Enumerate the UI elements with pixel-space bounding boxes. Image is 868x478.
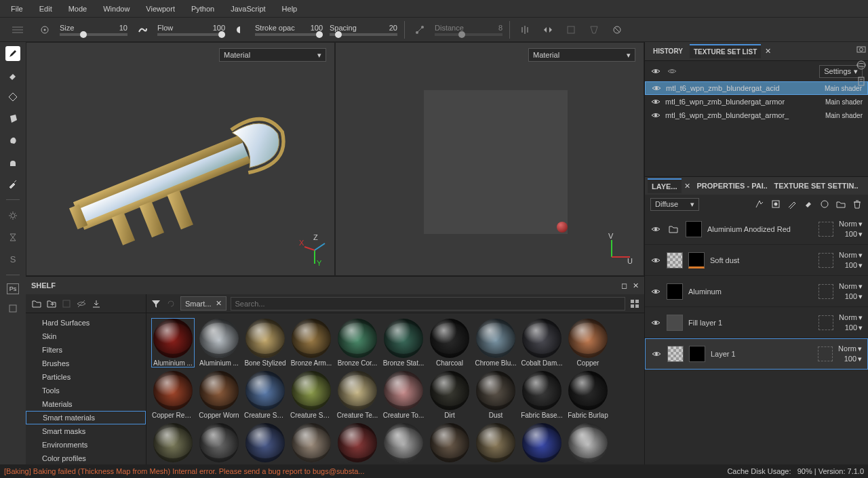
projection-icon[interactable] xyxy=(586,22,602,38)
material-item[interactable]: Dirt xyxy=(429,371,471,419)
chip-close-icon[interactable]: ✕ xyxy=(216,299,222,308)
refresh-icon[interactable] xyxy=(165,298,176,309)
menu-viewport[interactable]: Viewport xyxy=(138,2,183,16)
material-dropdown-2d[interactable]: Material▾ xyxy=(528,48,635,62)
eye-icon[interactable] xyxy=(650,286,661,297)
material-dropdown-3d[interactable]: Material▾ xyxy=(219,48,326,62)
material-item[interactable] xyxy=(244,423,286,464)
export-icon[interactable] xyxy=(5,301,20,316)
material-item[interactable] xyxy=(521,423,563,464)
material-item[interactable] xyxy=(475,423,517,464)
flow-icon[interactable] xyxy=(134,22,151,38)
material-item[interactable]: Aluminium ... xyxy=(198,319,240,367)
category-color-profiles[interactable]: Color profiles xyxy=(26,452,146,464)
eye-icon[interactable] xyxy=(651,83,662,94)
material-item[interactable]: Aluminium ... xyxy=(152,319,194,367)
menu-mode[interactable]: Mode xyxy=(60,2,96,16)
opacity-slider[interactable] xyxy=(255,33,323,36)
material-item[interactable] xyxy=(198,423,240,464)
layer-row[interactable]: Soft dustNorm ▾100 ▾ xyxy=(645,245,868,276)
picker-tool[interactable] xyxy=(5,176,20,191)
settings-icon[interactable] xyxy=(5,208,20,223)
eye-all-icon[interactable] xyxy=(650,66,661,77)
material-item[interactable]: Copper xyxy=(567,319,609,367)
polyfill-tool[interactable] xyxy=(5,111,20,126)
alignment-icon[interactable] xyxy=(563,22,579,38)
smart-material-icon[interactable] xyxy=(819,199,830,210)
doc-icon[interactable] xyxy=(856,76,865,87)
brush-tool[interactable] xyxy=(5,46,20,61)
material-item[interactable]: Charcoal xyxy=(429,319,471,367)
category-environments[interactable]: Environments xyxy=(26,438,146,452)
channel-dropdown[interactable]: Diffuse▾ xyxy=(650,198,699,211)
material-item[interactable] xyxy=(382,423,425,464)
add-layer-icon[interactable] xyxy=(787,199,797,210)
shelf-close-icon[interactable]: ✕ xyxy=(633,281,639,290)
texture-set-row[interactable]: mtl_t6_wpn_zmb_blundergat_armor_Main sha… xyxy=(645,108,868,122)
flow-slider[interactable] xyxy=(157,33,225,36)
grid-view-icon[interactable] xyxy=(629,298,640,309)
disable-icon[interactable] xyxy=(609,22,625,38)
category-brushes[interactable]: Brushes xyxy=(26,357,146,370)
lazy-mouse-icon[interactable] xyxy=(412,22,428,38)
brush-stamp-icon[interactable] xyxy=(37,22,53,38)
material-item[interactable]: Copper Red... xyxy=(152,371,194,419)
search-input[interactable] xyxy=(231,297,625,311)
menu-file[interactable]: File xyxy=(3,2,31,16)
menu-help[interactable]: Help xyxy=(274,2,306,16)
material-item[interactable] xyxy=(336,423,378,464)
filter-icon[interactable] xyxy=(151,298,161,309)
eye-icon[interactable] xyxy=(651,348,662,359)
eye-icon[interactable] xyxy=(650,255,661,266)
mirror-icon[interactable] xyxy=(540,22,556,38)
hourglass-icon[interactable] xyxy=(5,230,20,245)
material-item[interactable] xyxy=(429,423,471,464)
menu-window[interactable]: Window xyxy=(95,2,138,16)
distance-slider[interactable] xyxy=(435,33,502,36)
tab-tss[interactable]: TEXTURE SET SETTIN... xyxy=(770,179,859,193)
tab-properties[interactable]: PROPERTIES - PAI... xyxy=(693,179,768,193)
mask-icon[interactable] xyxy=(770,199,781,210)
layer-row[interactable]: Fill layer 1Norm ▾100 ▾ xyxy=(645,307,868,338)
category-smart-materials[interactable]: Smart materials xyxy=(26,411,146,424)
eye-icon[interactable] xyxy=(650,317,661,328)
filter-chip[interactable]: Smart...✕ xyxy=(180,296,226,311)
opacity-icon[interactable] xyxy=(232,22,248,38)
delete-icon[interactable] xyxy=(852,199,863,210)
category-hard-surfaces[interactable]: Hard Surfaces xyxy=(26,316,146,330)
layer-row[interactable]: AluminumNorm ▾100 ▾ xyxy=(645,276,868,307)
layer-row[interactable]: Layer 1Norm ▾100 ▾ xyxy=(645,338,868,370)
material-item[interactable]: Bronze Stat... xyxy=(382,319,425,367)
tab-layers[interactable]: LAYE... xyxy=(648,178,682,193)
toolbar-handle[interactable] xyxy=(5,26,30,33)
material-item[interactable] xyxy=(152,423,194,464)
folder-icon[interactable] xyxy=(31,298,42,309)
effect-icon[interactable] xyxy=(754,199,765,210)
menu-javascript[interactable]: JavaScript xyxy=(222,2,273,16)
material-item[interactable]: Fabric Base... xyxy=(521,371,563,419)
layer-row[interactable]: Aluminium Anodized RedNorm ▾100 ▾ xyxy=(645,214,868,245)
clone-tool[interactable] xyxy=(5,155,20,170)
shelf-restore-icon[interactable]: ◻ xyxy=(621,281,627,290)
smudge-tool[interactable] xyxy=(5,133,20,148)
spacing-slider[interactable] xyxy=(330,33,397,36)
viewport-3d[interactable]: Material▾ xyxy=(26,42,335,276)
material-item[interactable]: Bone Stylized xyxy=(244,319,286,367)
fill-layer-icon[interactable] xyxy=(803,199,814,210)
material-item[interactable]: Cobalt Dam... xyxy=(521,319,563,367)
eye-solo-icon[interactable] xyxy=(667,66,677,77)
folder-new-icon[interactable] xyxy=(835,199,846,210)
material-item[interactable]: Dust xyxy=(475,371,517,419)
material-item[interactable] xyxy=(567,423,609,464)
ps-icon[interactable]: Ps xyxy=(7,283,19,294)
projection-tool[interactable] xyxy=(5,89,20,104)
category-smart-masks[interactable]: Smart masks xyxy=(26,424,146,438)
eraser-tool[interactable] xyxy=(5,68,20,83)
import-icon[interactable] xyxy=(91,298,102,309)
symmetry-icon[interactable] xyxy=(517,22,533,38)
texture-set-row[interactable]: mtl_t6_wpn_zmb_blundergat_acidMain shade… xyxy=(645,81,868,95)
viewport-2d[interactable]: Material▾ V U xyxy=(335,42,644,276)
eye-icon[interactable] xyxy=(650,96,661,107)
texture-set-row[interactable]: mtl_t6_wpn_zmb_blundergat_armorMain shad… xyxy=(645,95,868,108)
material-item[interactable]: Chrome Blu... xyxy=(475,319,517,367)
